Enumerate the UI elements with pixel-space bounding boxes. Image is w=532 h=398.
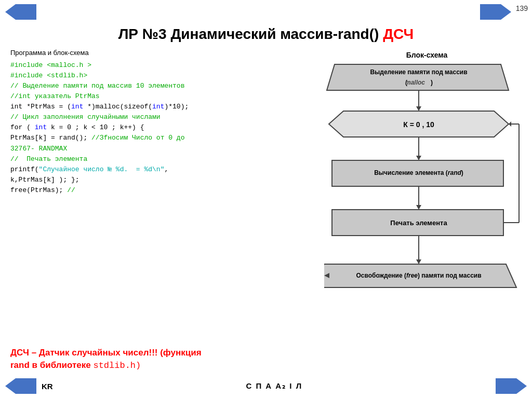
svg-text:Выделение памяти под массив: Выделение памяти под массив [370, 68, 467, 76]
code-line-2: #include <stdlib.h> [10, 71, 270, 81]
dsc-line2-mono: stdlib.h) [93, 361, 141, 370]
code-line-5: int *PtrMas = (int *)malloc(sizeof(int)*… [10, 102, 270, 112]
code-line-8: PtrMas[k] = rand(); //Зfносим Число от 0… [10, 133, 270, 143]
code-line-9: 32767- RANDMAX [10, 144, 270, 154]
flowchart-svg-main: Выделение памяти под массив ( malloc ) К… [324, 62, 527, 311]
code-line-13: free(PtrMas); // [10, 185, 270, 196]
svg-marker-38 [416, 106, 421, 111]
prev-arrow-bottom-icon[interactable] [5, 378, 36, 394]
svg-marker-54 [416, 259, 421, 264]
dsc-description: ДСЧ – Датчик случайных чисел!!! (функция… [10, 347, 522, 372]
bottom-section: ДСЧ – Датчик случайных чисел!!! (функция… [10, 347, 522, 372]
nav-left-label: KR [42, 382, 53, 391]
code-line-3: // Выделение памяти под массив 10 элемен… [10, 81, 270, 91]
page-title: ЛР №3 Динамический массив-rand() ДСЧ [10, 26, 522, 43]
svg-marker-46 [416, 205, 421, 210]
flowchart-label: Блок-схема [324, 51, 529, 59]
next-arrow-bottom-icon[interactable] [496, 378, 527, 394]
prev-arrow-icon[interactable] [5, 4, 36, 20]
svg-marker-52 [509, 121, 511, 127]
svg-text:): ) [431, 79, 433, 86]
title-red: ДСЧ [383, 26, 414, 42]
nav-prev-top[interactable] [5, 4, 36, 20]
svg-text:Вычисление элемента (rand): Вычисление элемента (rand) [374, 169, 463, 176]
title-main: ЛР №3 Динамический массив-rand() [118, 26, 383, 42]
bottom-nav-left[interactable]: KR [5, 378, 53, 394]
nav-center-labels: С П А А₂ І Л [53, 381, 496, 391]
flowchart-overlay: Блок-схема Выделение памяти под массив (… [324, 51, 529, 310]
svg-marker-42 [416, 156, 421, 160]
code-line-12: k,PtrMas[k] ); }; [10, 175, 270, 185]
code-line-7: for ( int k = 0 ; k < 10 ; k++) { [10, 122, 270, 133]
code-line-10: // Печать элемента [10, 154, 270, 164]
svg-text:Освобождение (free) памяти под: Освобождение (free) памяти под массив [356, 272, 481, 279]
code-line-11: printf("Случайное число № %d. = %d\n", [10, 164, 270, 175]
page-number: 139 [516, 4, 528, 12]
bottom-nav-right[interactable] [496, 378, 527, 394]
svg-text:malloc: malloc [405, 79, 425, 86]
bottom-nav: KR С П А А₂ І Л [0, 378, 532, 394]
code-section: Программа и блок-схема #include <malloc.… [10, 48, 270, 196]
code-line-6: // Цикл заполнения случайными числами [10, 112, 270, 122]
program-label: Программа и блок-схема [10, 48, 270, 58]
next-arrow-icon[interactable] [480, 4, 511, 20]
dsc-line1: ДСЧ – Датчик случайных чисел!!! (функция [10, 348, 202, 358]
svg-text:К = 0 , 10: К = 0 , 10 [403, 120, 434, 129]
nav-next-top[interactable] [480, 4, 511, 22]
code-line-1: #include <malloc.h > [10, 60, 270, 71]
code-line-4: //int указатель PtrMas [10, 91, 270, 102]
dsc-line2: rand в библиотеке [10, 360, 93, 370]
svg-text:Печать элемента: Печать элемента [390, 219, 447, 227]
